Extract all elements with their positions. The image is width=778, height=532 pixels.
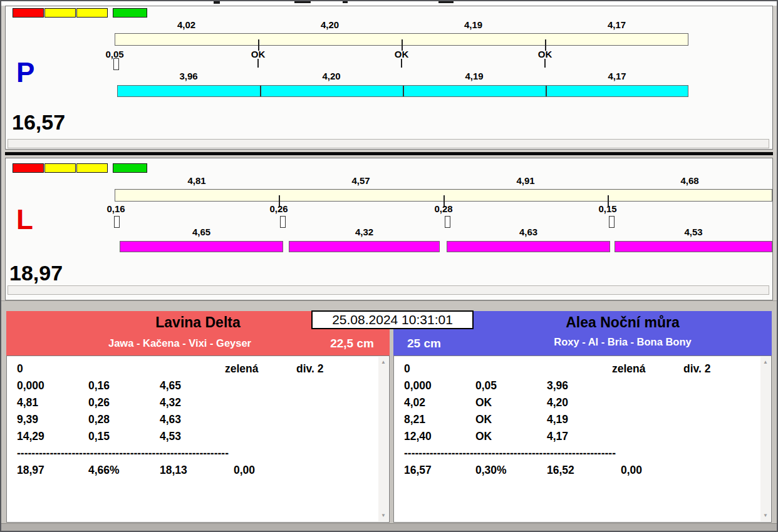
log-row: 4,81 0,26 4,32 <box>7 396 389 413</box>
gate-marker-box <box>280 216 286 228</box>
lane-l-lower-split-1: 4,65 <box>120 227 283 238</box>
lane-l-info-strip <box>8 285 769 295</box>
log-divider-row: ----------------------------------------… <box>394 447 771 464</box>
log-row: 4,02 OK 4,20 <box>394 396 771 413</box>
scroll-down-button[interactable]: ▼ <box>760 511 770 520</box>
window-bottom-edge <box>0 523 778 532</box>
log-divider: ----------------------------------------… <box>17 447 229 460</box>
log-cell: 16,52 <box>547 464 574 477</box>
lane-l-gate-fault-1: 0,16 <box>98 204 133 215</box>
lane-l-lower-split-3: 4,63 <box>447 227 610 238</box>
log-cell: zelená <box>225 362 259 376</box>
team-right-name: Alea Noční můra <box>474 314 772 331</box>
lane-l-upper-split-2: 4,57 <box>279 176 443 187</box>
log-cell: 4,02 <box>404 396 425 409</box>
log-cell: 18,13 <box>160 464 187 477</box>
timing-app-window: P 4,02 4,20 4,19 4,17 0,05 OK OK OK 3,96… <box>0 0 778 532</box>
log-cell: 9,39 <box>17 413 38 426</box>
log-row: 0,000 0,05 3,96 <box>394 379 771 396</box>
lane-l-upper-split-4: 4,68 <box>608 176 772 187</box>
log-cell: 4,65 <box>160 379 181 392</box>
lane-p-upper-split-1: 4,02 <box>115 20 258 31</box>
result-log-left[interactable]: 0 zelená div. 2 0,000 0,16 4,65 4,81 0,2… <box>6 356 390 523</box>
status-light-yellow-2 <box>76 163 108 173</box>
lane-p-upper-split-3: 4,19 <box>402 20 545 31</box>
lane-l-gate-fault-2: 0,26 <box>261 204 296 215</box>
status-light-yellow-1 <box>44 163 76 173</box>
log-cell: 0,00 <box>621 464 642 477</box>
lane-l-gate-fault-3: 0,28 <box>426 204 461 215</box>
lane-p-label: P <box>16 59 34 86</box>
log-row: 14,29 0,15 4,53 <box>7 430 389 447</box>
log-divider-row: ----------------------------------------… <box>7 447 389 464</box>
segment-divider <box>546 86 547 96</box>
lane-l-lower-bar-3 <box>447 241 610 252</box>
lane-l-lower-bar-2 <box>289 241 440 252</box>
lane-l-lower-bar-4 <box>615 241 772 252</box>
status-light-yellow-2 <box>76 8 108 18</box>
lane-p-upper-split-2: 4,20 <box>258 20 402 31</box>
scroll-up-button[interactable]: ▲ <box>378 358 388 367</box>
lane-p-lower-bar <box>117 85 688 97</box>
log-cell: 0,05 <box>475 379 497 392</box>
team-left-members: Jawa - Kačena - Vixi - Geyser <box>6 337 353 349</box>
lane-l-label: L <box>16 206 33 233</box>
team-right-members: Roxy - Al - Bria - Bona Bony <box>474 336 772 348</box>
scrollbar[interactable]: ▲ ▼ <box>760 357 770 521</box>
result-log-right[interactable]: 0 zelená div. 2 0,000 0,05 3,96 4,02 OK … <box>393 356 772 523</box>
log-cell: OK <box>475 430 492 443</box>
status-light-green <box>113 8 147 18</box>
lane-l-lower-bar-1 <box>120 241 283 252</box>
log-head-row: 0 zelená div. 2 <box>7 362 389 379</box>
log-cell: 0,00 <box>234 464 255 477</box>
lane-p-lower-split-4: 4,17 <box>546 71 688 82</box>
log-cell: 4,17 <box>547 430 568 443</box>
log-cell: OK <box>475 396 492 409</box>
log-cell: 0,16 <box>88 379 110 392</box>
log-cell: 0,28 <box>88 413 110 426</box>
lane-l-total-time: 18,97 <box>9 262 63 284</box>
gate-marker-box <box>114 216 120 228</box>
log-cell: 4,19 <box>547 413 568 426</box>
log-cell: 0 <box>17 362 23 376</box>
log-cell: 0,000 <box>17 379 44 392</box>
lane-p-lower-split-1: 3,96 <box>117 71 260 82</box>
log-cell: 4,66% <box>88 464 120 477</box>
log-cell: 0,000 <box>404 379 432 392</box>
team-left-jump-height: 22,5 cm <box>319 337 385 350</box>
scrollbar[interactable]: ▲ ▼ <box>378 357 388 521</box>
log-row: 0,000 0,16 4,65 <box>7 379 389 396</box>
log-cell: 8,21 <box>404 413 425 426</box>
panel-separator <box>5 152 773 155</box>
log-cell: 4,20 <box>547 396 568 409</box>
lane-l-gate-fault-4: 0,15 <box>590 204 625 215</box>
lane-l-lower-split-2: 4,32 <box>289 227 440 238</box>
scroll-up-button[interactable]: ▲ <box>760 358 770 367</box>
status-light-green <box>113 163 147 173</box>
gate-marker-box <box>445 216 450 228</box>
gate-tick-mark <box>544 59 546 68</box>
status-light-red <box>13 8 44 18</box>
log-cell: 3,96 <box>547 379 568 392</box>
log-cell: 14,29 <box>17 430 44 443</box>
scroll-down-button[interactable]: ▼ <box>378 511 388 520</box>
gate-tick-mark <box>401 59 402 68</box>
log-divider: ----------------------------------------… <box>404 447 616 460</box>
log-cell: 4,81 <box>17 396 38 409</box>
log-row: 12,40 OK 4,17 <box>394 430 771 447</box>
log-cell: 0,30% <box>475 464 507 477</box>
lane-l-status-lights <box>13 163 147 173</box>
log-cell: div. 2 <box>296 362 323 376</box>
log-cell: div. 2 <box>683 362 710 376</box>
lane-p-info-strip <box>8 139 769 148</box>
lane-p-total-time: 16,57 <box>12 111 65 133</box>
segment-divider <box>403 86 404 96</box>
lane-l-upper-split-1: 4,81 <box>115 176 279 187</box>
team-right-jump-height: 25 cm <box>407 337 441 350</box>
log-cell: 12,40 <box>404 430 432 443</box>
log-cell: 4,53 <box>160 430 181 443</box>
log-cell: 16,57 <box>404 464 432 477</box>
lane-p-lower-split-3: 4,19 <box>403 71 546 82</box>
log-cell: 4,32 <box>160 396 181 409</box>
lane-p-upper-bar <box>115 33 688 46</box>
